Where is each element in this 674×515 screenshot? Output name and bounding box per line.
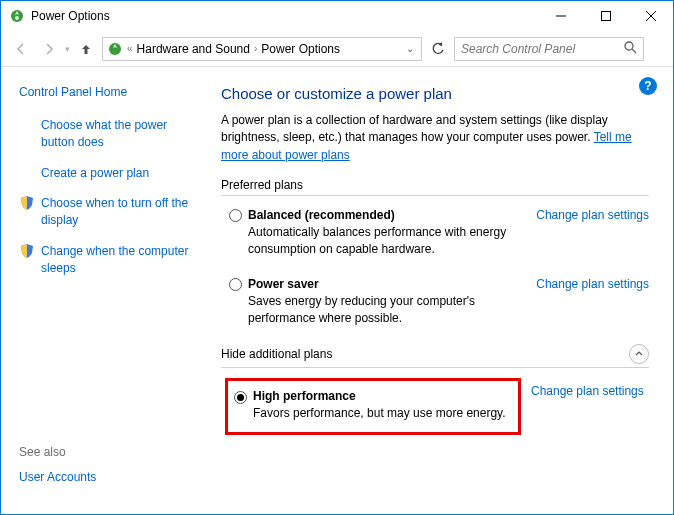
svg-rect-3 bbox=[601, 12, 610, 21]
back-button[interactable] bbox=[9, 37, 33, 61]
search-input[interactable] bbox=[461, 42, 624, 56]
shield-icon bbox=[19, 195, 35, 214]
sidebar: Control Panel Home Choose what the power… bbox=[1, 67, 209, 514]
location-icon bbox=[107, 41, 123, 57]
svg-point-7 bbox=[625, 42, 633, 50]
up-button[interactable] bbox=[74, 37, 98, 61]
titlebar: Power Options bbox=[1, 1, 673, 31]
control-panel-home-link[interactable]: Control Panel Home bbox=[19, 85, 197, 99]
sidebar-item-create-plan: Create a power plan bbox=[19, 165, 197, 182]
chevron-right-icon: « bbox=[127, 43, 133, 54]
breadcrumb-power[interactable]: Power Options bbox=[261, 42, 340, 56]
sidebar-item-turn-off-display: Choose when to turn off the display bbox=[19, 195, 197, 229]
forward-button[interactable] bbox=[37, 37, 61, 61]
plan-saver-desc: Saves energy by reducing your computer's… bbox=[248, 293, 526, 326]
sidebar-link-choose-button[interactable]: Choose what the power button does bbox=[41, 117, 197, 151]
app-icon bbox=[9, 8, 25, 24]
chevron-right-icon: › bbox=[254, 43, 257, 54]
highlight-box: High performance Favors performance, but… bbox=[225, 378, 521, 435]
search-box[interactable] bbox=[454, 37, 644, 61]
plan-balanced-name[interactable]: Balanced (recommended) bbox=[248, 208, 526, 222]
window-controls bbox=[538, 1, 673, 31]
radio-balanced[interactable] bbox=[229, 209, 242, 222]
sidebar-link-computer-sleeps[interactable]: Change when the computer sleeps bbox=[41, 243, 197, 277]
user-accounts-link[interactable]: User Accounts bbox=[19, 469, 197, 486]
breadcrumb-hardware[interactable]: Hardware and Sound bbox=[137, 42, 250, 56]
refresh-button[interactable] bbox=[426, 37, 450, 61]
address-bar[interactable]: « Hardware and Sound › Power Options ⌄ bbox=[102, 37, 422, 61]
shield-icon bbox=[19, 243, 35, 262]
hide-additional-label: Hide additional plans bbox=[221, 347, 332, 361]
change-settings-balanced[interactable]: Change plan settings bbox=[536, 208, 649, 257]
plan-saver: Power saver Saves energy by reducing you… bbox=[221, 275, 649, 328]
sidebar-link-create-plan[interactable]: Create a power plan bbox=[41, 165, 149, 182]
minimize-button[interactable] bbox=[538, 1, 583, 31]
see-also-section: See also User Accounts bbox=[19, 445, 197, 502]
plan-high-name[interactable]: High performance bbox=[253, 389, 512, 403]
page-title: Choose or customize a power plan bbox=[221, 85, 649, 102]
additional-plans-header[interactable]: Hide additional plans bbox=[221, 344, 649, 368]
preferred-plans-label: Preferred plans bbox=[221, 178, 303, 192]
change-settings-high[interactable]: Change plan settings bbox=[531, 384, 644, 435]
close-button[interactable] bbox=[628, 1, 673, 31]
sidebar-link-turn-off-display[interactable]: Choose when to turn off the display bbox=[41, 195, 197, 229]
preferred-plans-header: Preferred plans bbox=[221, 178, 649, 196]
plan-high-row: High performance Favors performance, but… bbox=[221, 378, 649, 435]
address-dropdown-icon[interactable]: ⌄ bbox=[403, 43, 417, 54]
plan-balanced-desc: Automatically balances performance with … bbox=[248, 224, 526, 257]
help-icon[interactable]: ? bbox=[639, 77, 657, 95]
main-panel: Choose or customize a power plan A power… bbox=[209, 67, 673, 514]
content-area: ? Control Panel Home Choose what the pow… bbox=[1, 67, 673, 514]
radio-saver[interactable] bbox=[229, 278, 242, 291]
plan-balanced: Balanced (recommended) Automatically bal… bbox=[221, 206, 649, 259]
plan-high-desc: Favors performance, but may use more ene… bbox=[253, 405, 512, 422]
power-options-window: Power Options ▾ « bbox=[0, 0, 674, 515]
recent-dropdown-icon[interactable]: ▾ bbox=[65, 44, 70, 54]
change-settings-saver[interactable]: Change plan settings bbox=[536, 277, 649, 326]
collapse-icon[interactable] bbox=[629, 344, 649, 364]
svg-line-8 bbox=[632, 49, 636, 53]
radio-high-performance[interactable] bbox=[234, 391, 247, 404]
svg-point-1 bbox=[15, 16, 19, 20]
sidebar-item-computer-sleeps: Change when the computer sleeps bbox=[19, 243, 197, 277]
page-description: A power plan is a collection of hardware… bbox=[221, 112, 649, 164]
description-text: A power plan is a collection of hardware… bbox=[221, 113, 608, 144]
window-title: Power Options bbox=[31, 9, 538, 23]
plan-saver-name[interactable]: Power saver bbox=[248, 277, 526, 291]
maximize-button[interactable] bbox=[583, 1, 628, 31]
navigation-bar: ▾ « Hardware and Sound › Power Options ⌄ bbox=[1, 31, 673, 67]
search-icon[interactable] bbox=[624, 41, 637, 57]
sidebar-item-power-button: Choose what the power button does bbox=[19, 117, 197, 151]
see-also-heading: See also bbox=[19, 445, 197, 459]
